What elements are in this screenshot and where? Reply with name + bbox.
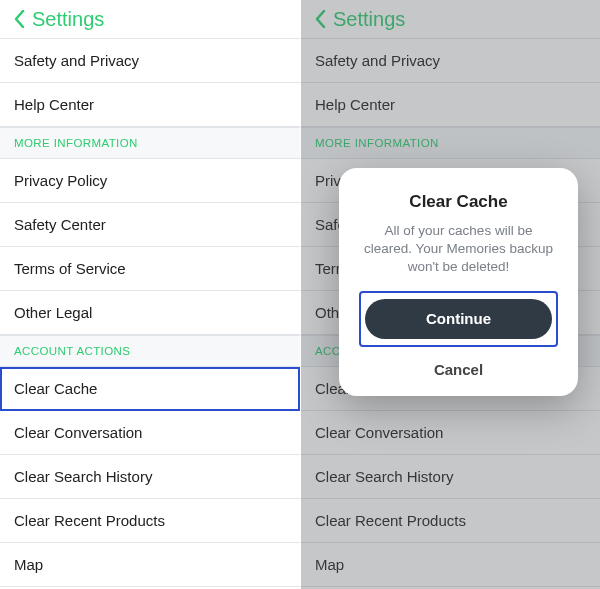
page-title: Settings: [333, 8, 405, 31]
header: Settings: [301, 0, 600, 38]
row-clear-search-history[interactable]: Clear Search History: [301, 455, 600, 499]
row-privacy-policy[interactable]: Privacy Policy: [0, 159, 300, 203]
row-label: Clear Conversation: [14, 424, 142, 441]
row-clear-search-history[interactable]: Clear Search History: [0, 455, 300, 499]
row-terms-of-service[interactable]: Terms of Service: [0, 247, 300, 291]
header: Settings: [0, 0, 300, 38]
row-label: Help Center: [315, 96, 395, 113]
row-map[interactable]: Map: [301, 543, 600, 587]
settings-panel-right: Settings Safety and Privacy Help Center …: [300, 0, 600, 589]
row-label: Privacy Policy: [14, 172, 107, 189]
settings-panel-left: Settings Safety and Privacy Help Center …: [0, 0, 300, 589]
row-clear-recent-products[interactable]: Clear Recent Products: [0, 499, 300, 543]
section-more-information: MORE INFORMATION: [0, 127, 300, 159]
modal-continue-highlight: Continue: [361, 293, 556, 345]
row-help-center[interactable]: Help Center: [0, 83, 300, 127]
section-more-information: MORE INFORMATION: [301, 127, 600, 159]
row-other-legal[interactable]: Other Legal: [0, 291, 300, 335]
row-label: Terms of Service: [14, 260, 126, 277]
modal-body: All of your caches will be cleared. Your…: [361, 222, 556, 277]
settings-list: Safety and Privacy Help Center MORE INFO…: [0, 39, 300, 589]
page-title: Settings: [32, 8, 104, 31]
row-label: Map: [315, 556, 344, 573]
section-account-actions: ACCOUNT ACTIONS: [0, 335, 300, 367]
row-map[interactable]: Map: [0, 543, 300, 587]
row-clear-conversation[interactable]: Clear Conversation: [301, 411, 600, 455]
row-label: Safety and Privacy: [315, 52, 440, 69]
back-icon[interactable]: [313, 8, 327, 30]
row-label: Clear Recent Products: [315, 512, 466, 529]
row-clear-conversation[interactable]: Clear Conversation: [0, 411, 300, 455]
modal-title: Clear Cache: [361, 192, 556, 212]
row-label: Safety Center: [14, 216, 106, 233]
row-safety-center[interactable]: Safety Center: [0, 203, 300, 247]
row-safety-and-privacy[interactable]: Safety and Privacy: [0, 39, 300, 83]
row-clear-cache[interactable]: Clear Cache: [0, 367, 300, 411]
row-safety-and-privacy[interactable]: Safety and Privacy: [301, 39, 600, 83]
row-label: Map: [14, 556, 43, 573]
back-icon[interactable]: [12, 8, 26, 30]
row-label: Clear Search History: [315, 468, 453, 485]
row-label: Clear Conversation: [315, 424, 443, 441]
row-help-center[interactable]: Help Center: [301, 83, 600, 127]
row-label: Clear Recent Products: [14, 512, 165, 529]
row-label: Safety and Privacy: [14, 52, 139, 69]
continue-button[interactable]: Continue: [365, 299, 552, 339]
row-clear-recent-products[interactable]: Clear Recent Products: [301, 499, 600, 543]
row-label: Help Center: [14, 96, 94, 113]
clear-cache-modal: Clear Cache All of your caches will be c…: [339, 168, 578, 396]
row-label: Other Legal: [14, 304, 92, 321]
row-label: Clear Search History: [14, 468, 152, 485]
cancel-button[interactable]: Cancel: [434, 355, 483, 380]
row-label: Clear Cache: [14, 380, 97, 397]
